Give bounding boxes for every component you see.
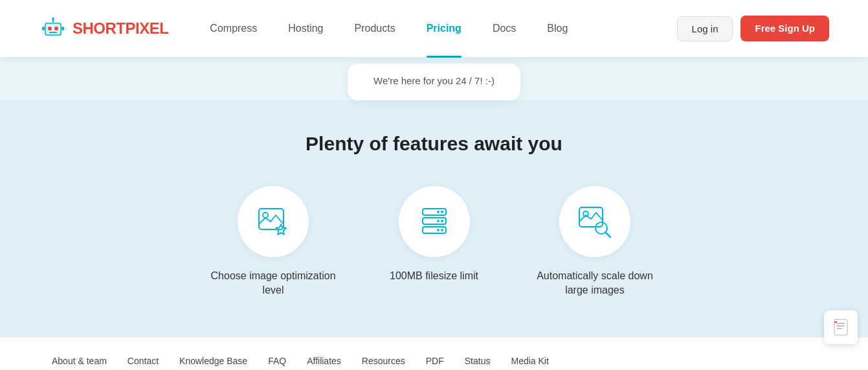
logo-text: SHORTPIXEL xyxy=(72,19,168,38)
svg-line-24 xyxy=(606,233,610,237)
svg-point-10 xyxy=(263,213,268,218)
footer-link-contact[interactable]: Contact xyxy=(128,356,159,366)
nav-link-products[interactable]: Products xyxy=(339,17,411,40)
image-star-icon xyxy=(254,202,293,241)
database-stack-icon xyxy=(415,202,454,241)
footer: About & team Contact Knowledge Base FAQ … xyxy=(0,337,868,370)
feature-label-optimization: Choose image optimization level xyxy=(208,269,338,298)
nav-link-compress[interactable]: Compress xyxy=(194,17,273,40)
footer-link-about[interactable]: About & team xyxy=(52,356,107,366)
features-title: Plenty of features await you xyxy=(13,133,855,155)
svg-point-6 xyxy=(52,17,54,20)
footer-link-affiliates[interactable]: Affiliates xyxy=(307,356,341,366)
svg-point-3 xyxy=(54,27,58,30)
feature-item-optimization: Choose image optimization level xyxy=(208,186,338,298)
svg-point-2 xyxy=(48,27,52,30)
top-card-wrapper: We're here for you 24 / 7! :-) xyxy=(0,57,868,100)
svg-point-20 xyxy=(437,229,440,231)
svg-rect-8 xyxy=(61,27,64,30)
footer-link-resources[interactable]: Resources xyxy=(362,356,405,366)
nav-links: Compress Hosting Products Pricing Docs B… xyxy=(194,17,676,40)
top-card: We're here for you 24 / 7! :-) xyxy=(348,64,520,100)
svg-point-17 xyxy=(441,220,443,222)
footer-link-knowledge[interactable]: Knowledge Base xyxy=(179,356,247,366)
feature-label-scale: Automatically scale down large images xyxy=(530,269,660,298)
svg-rect-7 xyxy=(42,27,45,30)
support-message: We're here for you 24 / 7! :-) xyxy=(373,75,495,86)
feature-icon-circle-filesize xyxy=(399,186,470,257)
signup-button[interactable]: Free Sign Up xyxy=(740,16,829,41)
login-button[interactable]: Log in xyxy=(677,16,733,41)
nav-link-pricing[interactable]: Pricing xyxy=(411,17,477,40)
navbar: SHORTPIXEL Compress Hosting Products Pri… xyxy=(0,0,868,57)
features-section: Plenty of features await you Choose imag… xyxy=(0,100,868,337)
nav-link-blog[interactable]: Blog xyxy=(531,17,583,40)
image-search-icon xyxy=(575,202,614,241)
feature-item-scale: Automatically scale down large images xyxy=(530,186,660,298)
nav-actions: Log in Free Sign Up xyxy=(677,16,829,41)
footer-link-status[interactable]: Status xyxy=(465,356,491,366)
feature-label-filesize: 100MB filesize limit xyxy=(390,269,478,283)
footer-link-mediakit[interactable]: Media Kit xyxy=(511,356,548,366)
footer-links: About & team Contact Knowledge Base FAQ … xyxy=(52,356,816,366)
svg-rect-1 xyxy=(45,23,61,35)
svg-rect-21 xyxy=(579,207,603,227)
svg-point-16 xyxy=(437,211,440,213)
feature-item-filesize: 100MB filesize limit xyxy=(390,186,478,298)
feature-icon-circle-scale xyxy=(559,186,630,257)
svg-point-15 xyxy=(441,211,443,213)
svg-rect-4 xyxy=(49,32,57,33)
features-grid: Choose image optimization level xyxy=(13,186,855,298)
nav-link-hosting[interactable]: Hosting xyxy=(273,17,339,40)
footer-link-pdf[interactable]: PDF xyxy=(426,356,444,366)
svg-point-18 xyxy=(437,220,440,222)
chat-bubble-notepad[interactable] xyxy=(824,310,858,344)
nav-link-docs[interactable]: Docs xyxy=(477,17,531,40)
feature-icon-circle-optimization xyxy=(238,186,309,257)
svg-point-19 xyxy=(441,229,443,231)
logo[interactable]: SHORTPIXEL xyxy=(39,14,168,43)
footer-link-faq[interactable]: FAQ xyxy=(268,356,286,366)
